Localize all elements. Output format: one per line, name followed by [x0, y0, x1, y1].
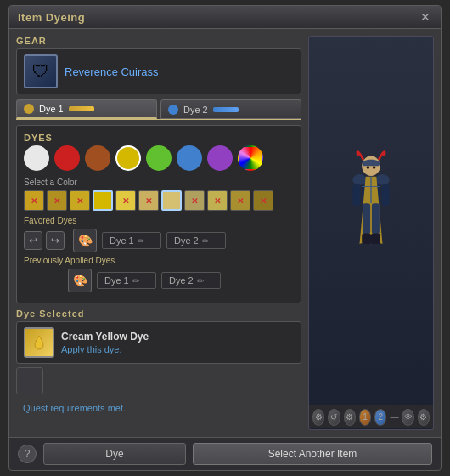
tab-dye1[interactable]: Dye 1 — [16, 99, 157, 119]
dye-preview-icon — [24, 327, 54, 358]
tab-dye2-label: Dye 2 — [183, 105, 208, 115]
color-purple[interactable] — [207, 145, 233, 171]
color-yellow[interactable] — [115, 145, 141, 171]
favored-dye2-slot[interactable]: Dye 2 ✏ — [166, 232, 226, 249]
character-preview: ⚙ ↺ ⚙ 1 2 — 👁 ⚙ — [308, 36, 434, 430]
previous-dye-icon[interactable]: 🎨 — [68, 269, 92, 292]
select-another-button[interactable]: Select Another Item — [193, 443, 432, 465]
dye-button[interactable]: Dye — [43, 443, 186, 465]
help-button[interactable]: ? — [18, 445, 37, 463]
dye1-slot-icon: ✏ — [138, 236, 144, 246]
gear-box: Reverence Cuirass — [16, 48, 301, 94]
previous-dye1-slot[interactable]: Dye 1 ✏ — [97, 272, 156, 289]
swatch-2[interactable] — [47, 190, 67, 211]
previous-dye1-label: Dye 1 — [104, 275, 129, 286]
swatch-3[interactable] — [70, 190, 90, 211]
svg-rect-5 — [382, 184, 390, 206]
select-color-label: Select a Color — [24, 178, 294, 187]
dye2-bar — [213, 107, 239, 112]
previously-label: Previously Applied Dyes — [24, 256, 294, 265]
swatch-6[interactable] — [138, 190, 159, 211]
preview-btn-3[interactable]: ⚙ — [344, 409, 356, 426]
preview-btn-4[interactable]: 1 — [359, 409, 371, 426]
tab-dye1-label: Dye 1 — [39, 104, 64, 114]
preview-btn-gear[interactable]: ⚙ — [418, 409, 430, 426]
redo-button[interactable]: ↪ — [46, 231, 65, 250]
favored-row: ↩ ↪ 🎨 Dye 1 ✏ Dye 2 ✏ — [24, 229, 294, 252]
dye2-slot-icon: ✏ — [202, 236, 209, 246]
swatch-1[interactable] — [24, 190, 44, 211]
swatch-8[interactable] — [184, 190, 205, 211]
tab-dye2[interactable]: Dye 2 — [160, 99, 301, 119]
item-dyeing-window: Item Dyeing ✕ GEAR Reverence Cuirass Dye — [8, 5, 442, 471]
favored-dye1-label: Dye 1 — [110, 235, 134, 246]
character-svg — [333, 144, 409, 298]
dye-selected-box: Cream Yellow Dye Apply this dye. — [16, 321, 301, 364]
favored-dye-icon[interactable]: 🎨 — [73, 229, 97, 252]
dye1-bar — [69, 106, 94, 111]
color-blue[interactable] — [177, 145, 202, 171]
undo-button[interactable]: ↩ — [24, 231, 42, 250]
swatch-5[interactable] — [115, 190, 136, 211]
swatch-7[interactable] — [161, 190, 182, 211]
preview-btn-5[interactable]: 2 — [374, 409, 386, 426]
character-figure — [309, 37, 433, 405]
gear-name: Reverence Cuirass — [65, 65, 159, 78]
previous-dye2-slot[interactable]: Dye 2 ✏ — [161, 272, 221, 289]
svg-rect-9 — [371, 233, 380, 244]
previous-dye2-label: Dye 2 — [169, 275, 194, 286]
svg-rect-8 — [362, 233, 371, 244]
color-white[interactable] — [24, 145, 49, 171]
dyes-label: DYES — [24, 133, 294, 143]
dye1-icon — [24, 104, 34, 114]
svg-point-12 — [367, 166, 370, 169]
swatch-4[interactable] — [93, 190, 113, 211]
prev-dye1-icon: ✏ — [132, 276, 139, 286]
preview-btn-1[interactable]: ⚙ — [312, 409, 324, 426]
color-red[interactable] — [54, 145, 80, 171]
gear-section: GEAR Reverence Cuirass — [16, 36, 301, 94]
color-rainbow[interactable] — [238, 145, 263, 171]
preview-separator: — — [390, 412, 398, 422]
color-brown[interactable] — [85, 145, 110, 171]
svg-rect-7 — [372, 203, 380, 234]
gear-label: GEAR — [16, 36, 301, 46]
dye-selected-section: Dye Selected Cream Yellow Dye Apply this… — [16, 309, 301, 394]
favored-dye1-slot[interactable]: Dye 1 ✏ — [102, 232, 161, 249]
prev-dye2-icon: ✏ — [197, 276, 204, 286]
color-swatches — [24, 190, 294, 211]
color-circles — [24, 145, 294, 171]
swatch-9[interactable] — [207, 190, 228, 211]
left-panel: GEAR Reverence Cuirass Dye 1 Dye 2 — [16, 36, 301, 430]
preview-btn-eye[interactable]: 👁 — [402, 409, 413, 426]
preview-btn-2[interactable]: ↺ — [328, 409, 340, 426]
dye-selected-label: Dye Selected — [16, 309, 301, 319]
favored-label: Favored Dyes — [24, 216, 294, 225]
previously-section: Previously Applied Dyes 🎨 Dye 1 ✏ Dye 2 … — [24, 256, 294, 292]
extra-slot — [16, 367, 43, 394]
right-panel: ⚙ ↺ ⚙ 1 2 — 👁 ⚙ — [308, 36, 434, 430]
favored-dye2-label: Dye 2 — [174, 235, 199, 246]
dye-name: Cream Yellow Dye — [61, 331, 149, 343]
swatch-10[interactable] — [230, 190, 250, 211]
svg-point-3 — [375, 174, 389, 185]
swatch-11[interactable] — [253, 190, 273, 211]
dyes-section: DYES Select a Color — [16, 125, 301, 303]
window-title: Item Dyeing — [18, 11, 85, 24]
quest-text: Quest requirements met. — [16, 400, 301, 416]
undo-redo: ↩ ↪ — [24, 231, 65, 250]
dye-drop-icon — [31, 334, 48, 351]
apply-link[interactable]: Apply this dye. — [61, 344, 149, 354]
favored-section: Favored Dyes ↩ ↪ 🎨 Dye 1 ✏ Dye 2 — [24, 216, 294, 252]
color-green[interactable] — [146, 145, 172, 171]
svg-point-2 — [352, 174, 366, 185]
previously-row: 🎨 Dye 1 ✏ Dye 2 ✏ — [24, 269, 294, 292]
dye-tabs: Dye 1 Dye 2 — [16, 99, 301, 120]
main-content: GEAR Reverence Cuirass Dye 1 Dye 2 — [9, 29, 441, 437]
close-button[interactable]: ✕ — [419, 10, 432, 24]
svg-rect-4 — [352, 184, 360, 206]
svg-point-13 — [373, 166, 376, 169]
dye2-icon — [168, 105, 178, 115]
title-bar: Item Dyeing ✕ — [9, 6, 441, 29]
svg-rect-6 — [363, 203, 370, 234]
